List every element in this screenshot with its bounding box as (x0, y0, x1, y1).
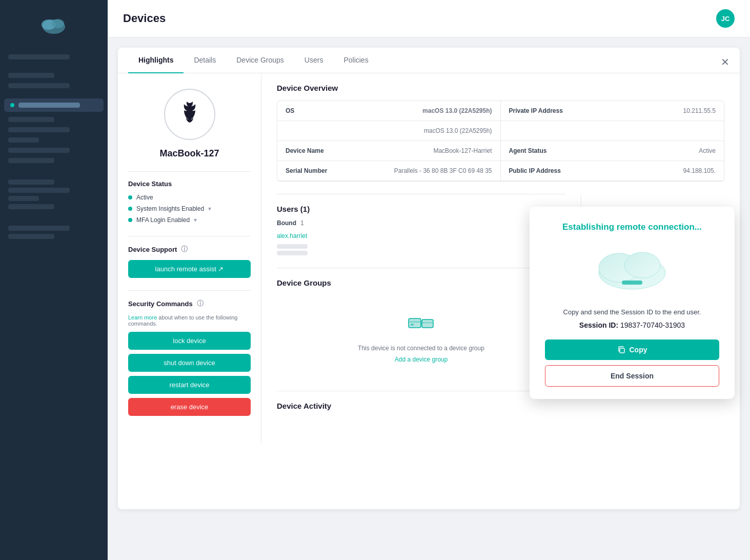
device-sidebar: MacBook-127 Device Status Active System … (118, 73, 261, 444)
insights-dropdown-icon[interactable]: ▾ (208, 205, 211, 212)
dg-icon (292, 311, 550, 338)
panel-body: MacBook-127 Device Status Active System … (118, 73, 740, 444)
remote-title: Establishing remote connection... (545, 222, 719, 232)
private-ip-value (501, 121, 724, 141)
cloud-illustration (545, 245, 719, 296)
sidebar-section2 (0, 176, 108, 212)
sidebar-item[interactable] (8, 188, 70, 193)
user-link[interactable]: alex.harriet (277, 231, 565, 240)
support-info-icon[interactable]: ⓘ (181, 245, 188, 254)
sidebar-active-item[interactable] (0, 97, 108, 113)
learn-more-text: Learn more about when to use the followi… (128, 314, 251, 327)
main-content: Devices JC ✕ Highlights Details Device G… (108, 0, 750, 560)
bound-row: Bound 1 (277, 219, 565, 227)
svg-rect-13 (620, 348, 624, 353)
page-title: Devices (123, 12, 166, 25)
status-dot-mfa (128, 218, 132, 222)
device-name-row: Device Name MacBook-127-Harriet (277, 141, 501, 161)
os-value-row: macOS 13.0 (22A5295h) (277, 121, 501, 141)
activity-title: Device Activity (277, 402, 724, 410)
device-main: Device Overview OSmacOS 13.0 (22A5295h) … (261, 73, 740, 444)
end-session-button[interactable]: End Session (545, 365, 719, 387)
svg-point-2 (52, 19, 64, 28)
sidebar-item[interactable] (8, 179, 54, 185)
device-avatar-container (128, 89, 251, 140)
copy-icon (617, 346, 625, 354)
launch-remote-assist-button[interactable]: launch remote assist ↗ (128, 260, 251, 278)
svg-rect-5 (411, 324, 414, 326)
status-dot-active (128, 195, 132, 199)
svg-rect-7 (422, 322, 433, 324)
tab-device-groups[interactable]: Device Groups (226, 48, 294, 73)
svg-rect-12 (622, 281, 642, 285)
tab-bar: Highlights Details Device Groups Users P… (118, 48, 740, 73)
sidebar-item[interactable] (8, 73, 54, 78)
serial-row: Serial Number Parallels - 36 80 8B 3F C0… (277, 161, 501, 181)
user-row3 (277, 251, 565, 255)
os-label: OSmacOS 13.0 (22A5295h) (277, 101, 501, 121)
sidebar-item[interactable] (8, 83, 70, 88)
security-commands-section: Security Commands ⓘ Learn more about whe… (128, 290, 251, 428)
status-system-insights: System Insights Enabled ▾ (128, 205, 251, 212)
avatar[interactable]: JC (716, 9, 735, 28)
session-id-row: Session ID: 19837-70740-31903 (545, 321, 719, 329)
svg-point-11 (624, 252, 660, 278)
remote-connection-overlay: Establishing remote connection... (530, 207, 735, 399)
mfa-dropdown-icon[interactable]: ▾ (194, 216, 197, 224)
close-button[interactable]: ✕ (721, 56, 729, 68)
shut-down-device-button[interactable]: shut down device (128, 354, 251, 372)
tab-details[interactable]: Details (184, 48, 226, 73)
status-dot-insights (128, 207, 132, 211)
public-ip-row: Public IP Address 94.188.105. (501, 161, 724, 181)
sidebar-item[interactable] (8, 196, 39, 201)
security-commands-title: Security Commands ⓘ (128, 299, 251, 308)
agent-status-row: Agent Status Active (501, 141, 724, 161)
logo (0, 10, 108, 51)
dg-add-link[interactable]: Add a device group (292, 356, 550, 363)
lock-device-button[interactable]: lock device (128, 332, 251, 350)
sidebar-item[interactable] (8, 226, 70, 231)
session-instruction: Copy and send the Session ID to the end … (545, 308, 719, 316)
device-panel: ✕ Highlights Details Device Groups Users… (118, 48, 740, 509)
tab-policies[interactable]: Policies (333, 48, 378, 73)
svg-rect-4 (409, 321, 421, 323)
sidebar-item[interactable] (8, 234, 54, 239)
security-info-icon[interactable]: ⓘ (197, 299, 204, 308)
erase-device-button[interactable]: erase device (128, 398, 251, 416)
tab-users[interactable]: Users (294, 48, 334, 73)
sidebar-active-label (18, 103, 80, 108)
svg-rect-3 (409, 318, 421, 328)
dg-empty-text: This device is not connected to a device… (292, 345, 550, 352)
sidebar-item[interactable] (8, 204, 54, 209)
device-name: MacBook-127 (128, 148, 251, 159)
status-mfa: MFA Login Enabled ▾ (128, 216, 251, 224)
overview-section: Device Overview OSmacOS 13.0 (22A5295h) … (277, 84, 724, 182)
device-avatar (164, 89, 215, 140)
sidebar-item[interactable] (8, 148, 70, 153)
active-dot (10, 103, 14, 107)
sidebar-section3 (0, 223, 108, 242)
device-groups-section: Device Groups (277, 268, 565, 378)
dg-title: Device Groups (277, 278, 565, 287)
overview-grid: OSmacOS 13.0 (22A5295h) Private IP Addre… (277, 101, 724, 182)
sidebar-item[interactable] (8, 127, 70, 132)
users-header: Users (1) (277, 205, 565, 213)
svg-rect-6 (422, 319, 433, 328)
sidebar-item[interactable] (8, 158, 54, 163)
cloud-icon (591, 245, 673, 296)
sidebar (0, 0, 108, 560)
users-groups-col: Users (1) Bound 1 alex.harriet (277, 194, 565, 391)
sidebar-item[interactable] (8, 137, 39, 143)
learn-more-link[interactable]: Learn more (128, 314, 157, 321)
status-active: Active (128, 194, 251, 201)
page-header: Devices JC (108, 0, 750, 37)
user-row2 (277, 244, 565, 249)
copy-button[interactable]: Copy (545, 339, 719, 360)
device-status-section: Device Status Active System Insights Ena… (128, 171, 251, 236)
restart-device-button[interactable]: restart device (128, 376, 251, 394)
private-ip-label: Private IP Address 10.211.55.5 (501, 101, 724, 121)
tab-highlights[interactable]: Highlights (128, 48, 184, 73)
sidebar-item[interactable] (8, 117, 54, 122)
device-support-title: Device Support ⓘ (128, 245, 251, 254)
device-status-title: Device Status (128, 180, 251, 188)
